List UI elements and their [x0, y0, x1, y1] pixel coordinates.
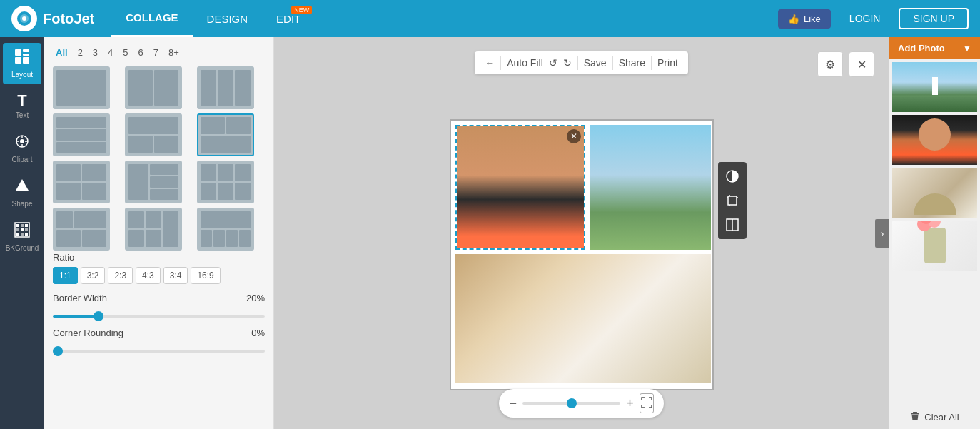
filter-4[interactable]: 4	[105, 46, 116, 59]
zoom-slider[interactable]	[522, 402, 620, 405]
close-button[interactable]: ✕	[849, 51, 874, 77]
sidebar-item-layout[interactable]: Layout	[3, 43, 41, 84]
toolbar-separator-1	[500, 56, 501, 70]
corner-rounding-slider[interactable]	[53, 350, 265, 353]
svg-rect-19	[16, 228, 19, 231]
layout-thumb-3col[interactable]	[197, 66, 254, 109]
panel-arrow-button[interactable]: ›	[875, 219, 889, 248]
filter-6[interactable]: 6	[136, 46, 146, 59]
layout-thumb-5b[interactable]	[125, 208, 182, 251]
like-button[interactable]: 👍 Like	[778, 9, 831, 29]
svg-rect-34	[913, 412, 917, 413]
border-width-label: Border Width	[53, 293, 107, 303]
back-button[interactable]: ←	[485, 57, 495, 69]
sidebar-bkground-label: BKGround	[6, 244, 39, 252]
corner-rounding-value: 0%	[251, 328, 265, 338]
add-photo-button[interactable]: Add Photo ▼	[889, 37, 980, 59]
ratio-4-3[interactable]: 4:3	[136, 267, 161, 284]
arrow-icon: ›	[881, 228, 884, 239]
svg-rect-3	[15, 49, 21, 56]
layout-thumb-4b[interactable]	[125, 161, 182, 203]
collage-cell-3[interactable]	[455, 254, 711, 383]
sidebar-clipart-label: Clipart	[12, 156, 33, 163]
nav-edit[interactable]: EDIT NEW	[262, 0, 315, 37]
ratio-3-2[interactable]: 3:2	[81, 267, 106, 284]
share-button[interactable]: Share	[619, 57, 645, 69]
layout-thumb-2col[interactable]	[125, 66, 182, 109]
thumbs-up-icon: 👍	[788, 14, 799, 24]
collage-cell-2[interactable]	[590, 125, 711, 250]
layout-thumb-single[interactable]	[53, 66, 110, 109]
print-button[interactable]: Print	[657, 57, 678, 69]
crop-tool-button[interactable]	[722, 191, 742, 211]
trash-icon	[910, 411, 920, 423]
border-width-section: Border Width 20%	[53, 293, 265, 321]
save-button[interactable]: Save	[584, 57, 607, 69]
logo-icon	[11, 6, 37, 31]
sidebar-item-bkground[interactable]: BKGround	[3, 216, 41, 258]
filter-all[interactable]: All	[53, 46, 71, 59]
layout-thumb-4a[interactable]	[53, 161, 110, 203]
ratio-2-3[interactable]: 2:3	[108, 267, 133, 284]
svg-rect-33	[911, 413, 919, 415]
border-width-slider[interactable]	[53, 315, 265, 318]
toolbar-separator-3	[612, 56, 613, 70]
filter-5[interactable]: 5	[120, 46, 131, 59]
sidebar-item-clipart[interactable]: Clipart	[3, 128, 41, 169]
main-container: Layout T Text Clipart	[0, 37, 980, 429]
clipart-icon	[14, 133, 30, 153]
filter-8plus[interactable]: 8+	[166, 46, 182, 59]
dropdown-arrow-icon: ▼	[963, 44, 971, 54]
svg-rect-26	[728, 196, 737, 205]
bkground-icon	[14, 222, 30, 241]
nav-design[interactable]: DESIGN	[193, 0, 263, 37]
layout-thumb-5c[interactable]	[197, 208, 254, 251]
corner-rounding-header: Corner Rounding 0%	[53, 328, 265, 338]
redo-button[interactable]: ↻	[563, 57, 572, 69]
undo-button[interactable]: ↺	[549, 57, 557, 69]
layout-thumb-5a[interactable]	[53, 208, 110, 251]
settings-button[interactable]: ⚙	[817, 51, 843, 77]
filter-3[interactable]: 3	[90, 46, 101, 59]
login-button[interactable]: LOGIN	[839, 9, 891, 29]
layout-panel: All 2 3 4 5 6 7 8+	[44, 37, 274, 429]
zoom-in-button[interactable]: +	[626, 396, 634, 411]
layout-thumb-4c[interactable]	[197, 161, 254, 203]
clear-all-button[interactable]: Clear All	[889, 405, 980, 429]
remove-cell-1-button[interactable]: ✕	[567, 129, 581, 143]
filter-7[interactable]: 7	[151, 46, 161, 59]
signup-button[interactable]: SIGN UP	[899, 8, 969, 29]
filter-2[interactable]: 2	[75, 46, 86, 59]
layout-thumb-mixed2[interactable]	[197, 113, 254, 156]
header-right: 👍 Like LOGIN SIGN UP	[778, 8, 969, 29]
svg-rect-20	[21, 228, 24, 231]
photo-thumb-flowers[interactable]	[892, 221, 977, 271]
toolbar-right: ⚙ ✕	[817, 51, 874, 77]
contrast-tool-button[interactable]	[722, 166, 742, 186]
border-width-header: Border Width 20%	[53, 293, 265, 303]
toolbar-separator-2	[577, 56, 578, 70]
sidebar-text-label: Text	[16, 111, 29, 119]
photo-thumb-portrait[interactable]	[892, 115, 977, 165]
ratio-3-4[interactable]: 3:4	[163, 267, 188, 284]
layout-thumb-mixed1[interactable]	[125, 113, 182, 156]
layout-icon	[14, 49, 30, 68]
canvas-side-tools	[718, 162, 747, 239]
split-tool-button[interactable]	[722, 215, 742, 235]
svg-rect-23	[21, 233, 24, 236]
photo-thumb-cat[interactable]	[892, 168, 977, 218]
close-icon: ✕	[857, 58, 867, 71]
autofill-button[interactable]: Auto Fill	[507, 57, 543, 69]
nav-collage[interactable]: COLLAGE	[111, 0, 192, 37]
ratio-16-9[interactable]: 16:9	[191, 267, 220, 284]
collage-cell-1[interactable]: ✕	[455, 125, 585, 250]
photo-thumb-lighthouse[interactable]	[892, 62, 977, 112]
settings-icon: ⚙	[825, 58, 835, 71]
fullscreen-button[interactable]	[640, 393, 654, 413]
sidebar-item-text[interactable]: T Text	[3, 87, 41, 125]
sidebar-item-shape[interactable]: Shape	[3, 172, 41, 213]
toolbar: ← Auto Fill ↺ ↻ Save Share Print	[475, 51, 688, 74]
zoom-out-button[interactable]: −	[509, 396, 517, 411]
ratio-1-1[interactable]: 1:1	[53, 267, 78, 284]
layout-thumb-3row[interactable]	[53, 113, 110, 156]
